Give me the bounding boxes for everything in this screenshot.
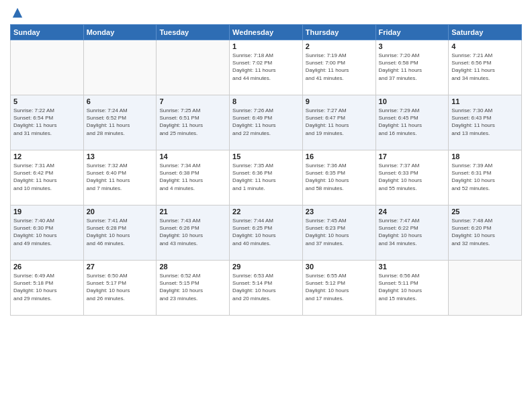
days-of-week-row: SundayMondayTuesdayWednesdayThursdayFrid… bbox=[11, 25, 522, 40]
day-number: 10 bbox=[379, 97, 446, 105]
calendar-cell: 6Sunrise: 7:24 AM Sunset: 6:52 PM Daylig… bbox=[83, 95, 157, 150]
day-number: 8 bbox=[232, 97, 300, 105]
calendar-cell: 31Sunrise: 6:56 AM Sunset: 5:11 PM Dayli… bbox=[375, 261, 449, 316]
day-number: 9 bbox=[306, 97, 373, 105]
day-header-friday: Friday bbox=[375, 25, 449, 40]
header bbox=[10, 7, 522, 19]
day-number: 6 bbox=[87, 97, 154, 105]
day-info: Sunrise: 7:22 AM Sunset: 6:54 PM Dayligh… bbox=[13, 107, 81, 137]
day-info: Sunrise: 7:19 AM Sunset: 7:00 PM Dayligh… bbox=[306, 52, 373, 82]
calendar-cell: 8Sunrise: 7:26 AM Sunset: 6:49 PM Daylig… bbox=[230, 95, 303, 150]
page: SundayMondayTuesdayWednesdayThursdayFrid… bbox=[0, 0, 532, 411]
day-number: 27 bbox=[87, 263, 154, 271]
calendar-cell: 24Sunrise: 7:47 AM Sunset: 6:22 PM Dayli… bbox=[375, 205, 449, 261]
day-number: 22 bbox=[232, 208, 300, 216]
week-row-3: 12Sunrise: 7:31 AM Sunset: 6:42 PM Dayli… bbox=[11, 150, 522, 205]
calendar-cell: 1Sunrise: 7:18 AM Sunset: 7:02 PM Daylig… bbox=[230, 40, 303, 95]
calendar: SundayMondayTuesdayWednesdayThursdayFrid… bbox=[10, 24, 522, 316]
calendar-cell bbox=[157, 40, 230, 95]
calendar-cell: 14Sunrise: 7:34 AM Sunset: 6:38 PM Dayli… bbox=[157, 150, 230, 205]
svg-marker-0 bbox=[13, 8, 22, 17]
logo-icon bbox=[11, 7, 24, 19]
day-info: Sunrise: 7:41 AM Sunset: 6:28 PM Dayligh… bbox=[87, 217, 154, 247]
calendar-cell: 19Sunrise: 7:40 AM Sunset: 6:30 PM Dayli… bbox=[11, 205, 84, 261]
day-info: Sunrise: 7:48 AM Sunset: 6:20 PM Dayligh… bbox=[451, 217, 519, 247]
calendar-cell: 5Sunrise: 7:22 AM Sunset: 6:54 PM Daylig… bbox=[11, 95, 84, 150]
week-row-1: 1Sunrise: 7:18 AM Sunset: 7:02 PM Daylig… bbox=[11, 40, 522, 95]
day-info: Sunrise: 7:24 AM Sunset: 6:52 PM Dayligh… bbox=[87, 107, 154, 137]
calendar-cell: 25Sunrise: 7:48 AM Sunset: 6:20 PM Dayli… bbox=[449, 205, 522, 261]
calendar-cell: 28Sunrise: 6:52 AM Sunset: 5:15 PM Dayli… bbox=[157, 261, 230, 316]
day-info: Sunrise: 6:49 AM Sunset: 5:18 PM Dayligh… bbox=[13, 272, 81, 302]
day-number: 29 bbox=[232, 263, 300, 271]
day-info: Sunrise: 7:20 AM Sunset: 6:58 PM Dayligh… bbox=[379, 52, 446, 82]
calendar-cell: 29Sunrise: 6:53 AM Sunset: 5:14 PM Dayli… bbox=[230, 261, 303, 316]
calendar-cell: 15Sunrise: 7:35 AM Sunset: 6:36 PM Dayli… bbox=[230, 150, 303, 205]
calendar-cell: 21Sunrise: 7:43 AM Sunset: 6:26 PM Dayli… bbox=[157, 205, 230, 261]
calendar-cell: 17Sunrise: 7:37 AM Sunset: 6:33 PM Dayli… bbox=[375, 150, 449, 205]
week-row-4: 19Sunrise: 7:40 AM Sunset: 6:30 PM Dayli… bbox=[11, 205, 522, 261]
week-row-5: 26Sunrise: 6:49 AM Sunset: 5:18 PM Dayli… bbox=[11, 261, 522, 316]
day-info: Sunrise: 7:25 AM Sunset: 6:51 PM Dayligh… bbox=[159, 107, 226, 137]
day-number: 16 bbox=[306, 152, 373, 161]
day-number: 24 bbox=[379, 208, 446, 216]
day-info: Sunrise: 7:44 AM Sunset: 6:25 PM Dayligh… bbox=[232, 217, 300, 247]
calendar-cell: 10Sunrise: 7:29 AM Sunset: 6:45 PM Dayli… bbox=[375, 95, 449, 150]
day-number: 15 bbox=[232, 152, 300, 161]
day-info: Sunrise: 7:29 AM Sunset: 6:45 PM Dayligh… bbox=[379, 107, 446, 137]
day-info: Sunrise: 6:53 AM Sunset: 5:14 PM Dayligh… bbox=[232, 272, 300, 302]
day-header-wednesday: Wednesday bbox=[230, 25, 303, 40]
day-number: 31 bbox=[379, 263, 446, 271]
day-info: Sunrise: 7:36 AM Sunset: 6:35 PM Dayligh… bbox=[306, 162, 373, 192]
day-header-monday: Monday bbox=[83, 25, 157, 40]
day-number: 3 bbox=[379, 42, 446, 50]
day-info: Sunrise: 7:39 AM Sunset: 6:31 PM Dayligh… bbox=[451, 162, 519, 192]
day-number: 4 bbox=[451, 42, 519, 50]
day-info: Sunrise: 7:34 AM Sunset: 6:38 PM Dayligh… bbox=[159, 162, 226, 192]
week-row-2: 5Sunrise: 7:22 AM Sunset: 6:54 PM Daylig… bbox=[11, 95, 522, 150]
calendar-cell: 7Sunrise: 7:25 AM Sunset: 6:51 PM Daylig… bbox=[157, 95, 230, 150]
day-info: Sunrise: 7:47 AM Sunset: 6:22 PM Dayligh… bbox=[379, 217, 446, 247]
calendar-cell: 12Sunrise: 7:31 AM Sunset: 6:42 PM Dayli… bbox=[11, 150, 84, 205]
day-info: Sunrise: 7:31 AM Sunset: 6:42 PM Dayligh… bbox=[13, 162, 81, 192]
calendar-cell: 4Sunrise: 7:21 AM Sunset: 6:56 PM Daylig… bbox=[449, 40, 522, 95]
calendar-cell: 20Sunrise: 7:41 AM Sunset: 6:28 PM Dayli… bbox=[83, 205, 157, 261]
day-info: Sunrise: 6:50 AM Sunset: 5:17 PM Dayligh… bbox=[87, 272, 154, 302]
day-number: 19 bbox=[13, 208, 81, 216]
day-info: Sunrise: 7:45 AM Sunset: 6:23 PM Dayligh… bbox=[306, 217, 373, 247]
day-info: Sunrise: 7:37 AM Sunset: 6:33 PM Dayligh… bbox=[379, 162, 446, 192]
day-header-sunday: Sunday bbox=[11, 25, 84, 40]
day-number: 28 bbox=[159, 263, 226, 271]
day-number: 23 bbox=[306, 208, 373, 216]
day-number: 26 bbox=[13, 263, 81, 271]
day-info: Sunrise: 7:27 AM Sunset: 6:47 PM Dayligh… bbox=[306, 107, 373, 137]
day-info: Sunrise: 7:43 AM Sunset: 6:26 PM Dayligh… bbox=[159, 217, 226, 247]
calendar-cell: 23Sunrise: 7:45 AM Sunset: 6:23 PM Dayli… bbox=[302, 205, 375, 261]
calendar-cell bbox=[449, 261, 522, 316]
day-info: Sunrise: 7:35 AM Sunset: 6:36 PM Dayligh… bbox=[232, 162, 300, 192]
day-number: 2 bbox=[306, 42, 373, 50]
day-info: Sunrise: 7:21 AM Sunset: 6:56 PM Dayligh… bbox=[451, 52, 519, 82]
day-number: 21 bbox=[159, 208, 226, 216]
calendar-cell: 27Sunrise: 6:50 AM Sunset: 5:17 PM Dayli… bbox=[83, 261, 157, 316]
day-info: Sunrise: 7:26 AM Sunset: 6:49 PM Dayligh… bbox=[232, 107, 300, 137]
calendar-cell: 16Sunrise: 7:36 AM Sunset: 6:35 PM Dayli… bbox=[302, 150, 375, 205]
logo bbox=[10, 7, 24, 19]
day-number: 7 bbox=[159, 97, 226, 105]
day-number: 14 bbox=[159, 152, 226, 161]
calendar-cell: 30Sunrise: 6:55 AM Sunset: 5:12 PM Dayli… bbox=[302, 261, 375, 316]
day-number: 17 bbox=[379, 152, 446, 161]
day-info: Sunrise: 7:32 AM Sunset: 6:40 PM Dayligh… bbox=[87, 162, 154, 192]
day-info: Sunrise: 7:40 AM Sunset: 6:30 PM Dayligh… bbox=[13, 217, 81, 247]
day-info: Sunrise: 6:55 AM Sunset: 5:12 PM Dayligh… bbox=[306, 272, 373, 302]
calendar-cell bbox=[83, 40, 157, 95]
calendar-cell: 18Sunrise: 7:39 AM Sunset: 6:31 PM Dayli… bbox=[449, 150, 522, 205]
day-header-saturday: Saturday bbox=[449, 25, 522, 40]
day-number: 1 bbox=[232, 42, 300, 50]
calendar-cell bbox=[11, 40, 84, 95]
day-number: 5 bbox=[13, 97, 81, 105]
calendar-cell: 13Sunrise: 7:32 AM Sunset: 6:40 PM Dayli… bbox=[83, 150, 157, 205]
day-info: Sunrise: 7:30 AM Sunset: 6:43 PM Dayligh… bbox=[451, 107, 519, 137]
calendar-cell: 9Sunrise: 7:27 AM Sunset: 6:47 PM Daylig… bbox=[302, 95, 375, 150]
day-info: Sunrise: 7:18 AM Sunset: 7:02 PM Dayligh… bbox=[232, 52, 300, 82]
